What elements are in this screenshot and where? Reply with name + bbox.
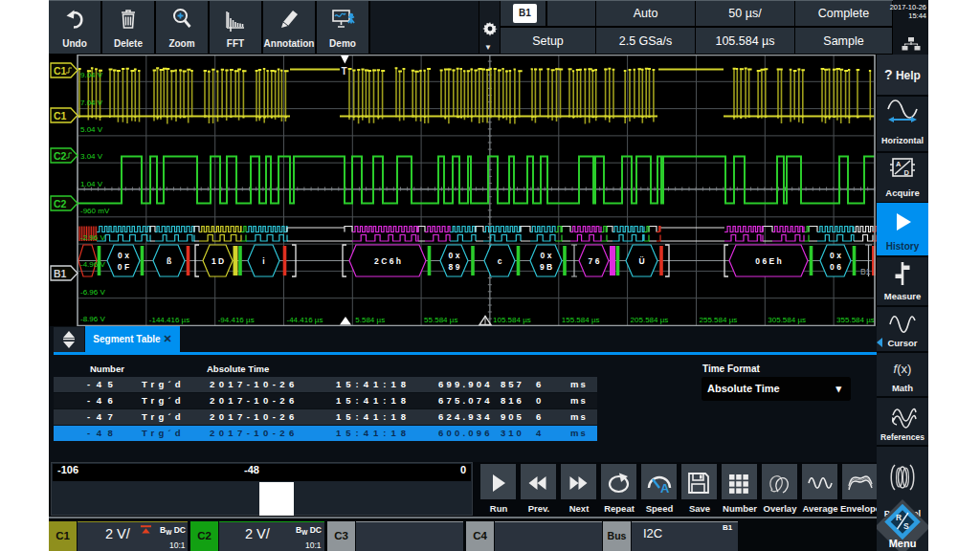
svg-text:-8.96 V: -8.96 V (80, 315, 105, 323)
svg-text:7 6: 7 6 (589, 256, 600, 266)
svg-text:7.04 V: 7.04 V (80, 99, 103, 107)
svg-text:0 6: 0 6 (830, 262, 841, 272)
svg-text:3.04 V: 3.04 V (80, 152, 103, 161)
svg-text:Ü: Ü (638, 256, 644, 266)
svg-text:9 B: 9 B (540, 262, 552, 272)
svg-text:255.584 µs: 255.584 µs (700, 316, 738, 324)
svg-text:8 9: 8 9 (449, 262, 460, 272)
svg-text:D: D (904, 168, 910, 177)
svg-text:S: S (903, 521, 909, 531)
svg-text:0 x: 0 x (830, 251, 841, 260)
svg-text:A: A (660, 481, 670, 496)
svg-text:205.584 µs: 205.584 µs (631, 316, 669, 324)
svg-text:-6.96 V: -6.96 V (80, 288, 105, 297)
svg-text:C1: C1 (54, 110, 67, 121)
svg-text:i: i (262, 256, 264, 266)
svg-text:T: T (342, 66, 347, 77)
svg-text:1.04 V: 1.04 V (80, 180, 103, 188)
svg-text:0 F: 0 F (118, 262, 129, 272)
svg-text:-2.96 V: -2.96 V (80, 233, 105, 242)
svg-text:1 D: 1 D (212, 256, 224, 266)
svg-text:2 C 6 h: 2 C 6 h (374, 256, 401, 266)
svg-text:-94.416 µs: -94.416 µs (218, 316, 255, 324)
svg-text:5.04 V: 5.04 V (80, 125, 103, 134)
svg-text:0 x: 0 x (118, 251, 129, 260)
svg-text:B1: B1 (54, 268, 67, 279)
svg-text:155.584 µs: 155.584 µs (562, 316, 600, 324)
svg-text:c: c (498, 256, 502, 266)
svg-text:-960 mV: -960 mV (80, 207, 110, 215)
svg-text:C2: C2 (54, 198, 67, 209)
svg-text:0 x: 0 x (541, 251, 552, 260)
svg-text:R: R (896, 513, 902, 522)
svg-text:355.584 µs: 355.584 µs (836, 316, 875, 324)
svg-text:5.584 µs: 5.584 µs (355, 316, 385, 324)
svg-text:305.584 µs: 305.584 µs (768, 316, 806, 324)
svg-text:0 x: 0 x (449, 251, 460, 260)
svg-text:105.584 µs: 105.584 µs (493, 316, 531, 324)
svg-text:-4.96 V: -4.96 V (80, 260, 105, 269)
svg-text:55.584 µs: 55.584 µs (424, 316, 457, 324)
svg-text:B1: B1 (860, 267, 871, 276)
svg-text:ß: ß (167, 256, 171, 266)
svg-text:-144.416 µs: -144.416 µs (149, 316, 189, 324)
svg-text:9.04 V: 9.04 V (80, 71, 103, 79)
svg-text:0 6 E h: 0 6 E h (755, 256, 781, 266)
svg-text:C2: C2 (54, 150, 67, 162)
svg-text:C1: C1 (54, 65, 67, 77)
svg-text:-44.416 µs: -44.416 µs (287, 316, 323, 324)
svg-text:A: A (896, 160, 902, 168)
